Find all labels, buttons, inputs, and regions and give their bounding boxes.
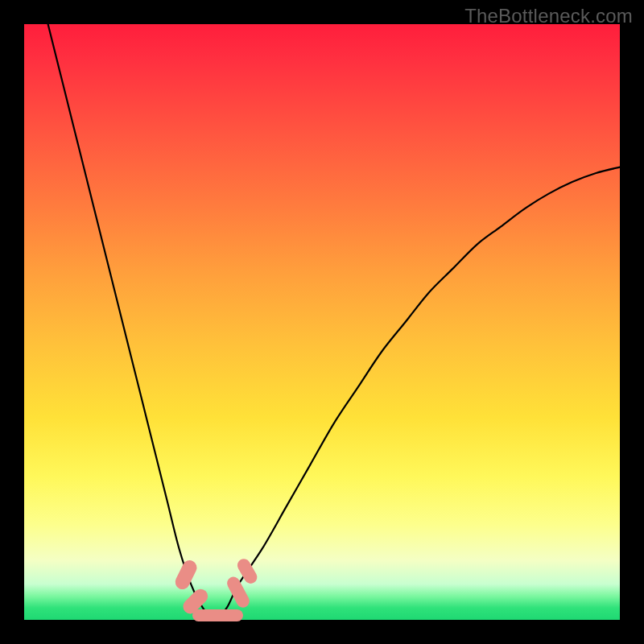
chart-frame: TheBottleneck.com bbox=[0, 0, 644, 644]
bottleneck-curve bbox=[24, 24, 620, 620]
plot-area bbox=[24, 24, 620, 620]
optimal-zone-marker bbox=[213, 609, 243, 621]
